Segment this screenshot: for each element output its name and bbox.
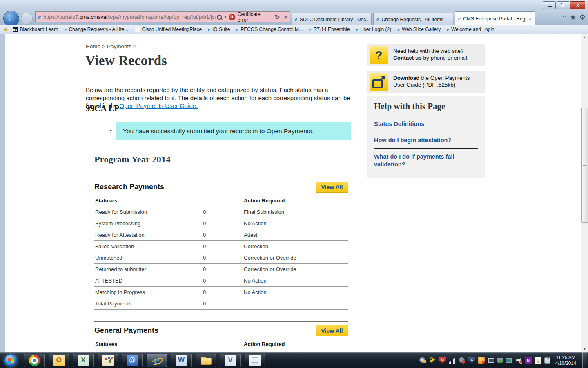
bookmark-item[interactable]: eWeb Slice Gallery: [397, 26, 441, 33]
address-bar[interactable]: e https://portalz7.cms.cmsval/wps/myport…: [35, 11, 290, 22]
section-header: General PaymentsView All: [94, 322, 348, 340]
back-button[interactable]: [3, 11, 19, 27]
stop-icon[interactable]: ×: [284, 13, 287, 20]
bookmark-item[interactable]: eUser Login (2): [356, 26, 391, 33]
taskbar-app-explorer[interactable]: [196, 354, 216, 367]
window-left-border: [0, 34, 5, 352]
table-row: Total Payments0: [94, 298, 348, 310]
window-controls: [542, 1, 585, 9]
show-desktop-button[interactable]: [582, 352, 587, 368]
bookmark-item[interactable]: eWelcome and Login: [447, 26, 494, 33]
tray-key-icon[interactable]: [429, 357, 436, 364]
browser-tab[interactable]: eChange Requests - All Items: [373, 13, 453, 25]
bookmark-item[interactable]: Cisco Unified MeetingPlace: [135, 27, 202, 32]
home-icon[interactable]: ⌂: [562, 13, 566, 22]
tray-sync-error-icon[interactable]: [459, 357, 466, 364]
close-button[interactable]: [570, 1, 585, 9]
taskbar-app-word[interactable]: W: [171, 354, 192, 367]
scrollbar-thumb[interactable]: [581, 108, 588, 223]
taskbar-app-visio[interactable]: V: [220, 354, 241, 367]
tray-clipboard-icon[interactable]: [544, 357, 550, 364]
tray-usb-ok-icon[interactable]: [497, 358, 503, 363]
action-cell: Correction or Override: [244, 255, 347, 261]
tray-media-lock-icon[interactable]: [419, 357, 426, 364]
taskbar-clock[interactable]: 11:25 AM 4/10/2014: [555, 355, 576, 366]
favorites-star-icon[interactable]: ★: [570, 13, 576, 22]
column-spacer: [203, 197, 244, 204]
tab-label: SDLC Document Library - Doc...: [300, 17, 368, 22]
tray-quest-icon[interactable]: Q: [535, 357, 541, 364]
section-title: Research Payments: [94, 183, 164, 191]
taskbar-app-lync[interactable]: @: [122, 354, 143, 367]
bookmark-item[interactable]: ePECOS Change Control M...: [236, 26, 303, 33]
start-button[interactable]: [4, 354, 18, 367]
restore-button[interactable]: [557, 1, 569, 9]
count-cell: 0: [203, 289, 244, 295]
question-mark-icon: ?: [370, 46, 388, 64]
tray-display-share-icon[interactable]: [506, 358, 512, 363]
breadcrumb-link[interactable]: Payments: [107, 43, 131, 49]
tray-mcafee-icon[interactable]: M: [439, 357, 446, 364]
bookmark-item[interactable]: eR7.14 Ensemble: [309, 26, 350, 33]
status-cell: Unmatched: [95, 255, 203, 261]
bookmark-item[interactable]: eIQ Suite: [208, 26, 230, 33]
browser-tab[interactable]: eSDLC Document Library - Doc...: [292, 13, 372, 25]
taskbar-app-notepad[interactable]: [245, 354, 265, 367]
download-link[interactable]: Download: [393, 75, 420, 81]
column-action-required: Action Required: [244, 341, 347, 347]
view-all-button[interactable]: View All: [316, 182, 348, 193]
ie-favicon: e: [208, 26, 210, 33]
add-favorite-star-icon[interactable]: ★: [3, 26, 9, 33]
page-content: Home>Payments> View Records Below are th…: [5, 34, 581, 352]
scroll-up-arrow-icon[interactable]: ▲: [581, 34, 588, 41]
bookmark-item[interactable]: eChange Requests - All Ite...: [65, 26, 129, 33]
chevron-down-icon[interactable]: ▼: [224, 16, 227, 18]
download-guide-box: Download the Open Payments User Guide (P…: [368, 71, 485, 93]
payment-section: Research PaymentsView AllStatusesAction …: [94, 178, 348, 310]
view-all-button[interactable]: View All: [316, 325, 348, 336]
lync-icon: @: [127, 355, 138, 366]
forward-button[interactable]: [21, 13, 33, 25]
status-cell: Failed Validation: [95, 243, 203, 249]
tab-close-icon[interactable]: ×: [528, 16, 532, 22]
table-header-row: StatusesAction Required: [94, 340, 348, 350]
contact-us-link[interactable]: Contact us: [393, 55, 422, 61]
tray-display-icon[interactable]: [488, 358, 494, 363]
url-text[interactable]: https://portalz7.cms.cmsval/wps/myportal…: [43, 14, 216, 20]
clock-time: 11:25 AM: [555, 355, 576, 360]
tray-warning-orb-icon[interactable]: [478, 357, 485, 364]
chrome-center-dot: [31, 357, 38, 364]
bookmark-item[interactable]: BbBlackboard Learn: [13, 27, 58, 32]
tray-onenote-icon[interactable]: N: [525, 357, 532, 364]
action-cell: Correction or Override: [244, 266, 347, 272]
question-glyph: ?: [375, 48, 382, 62]
breadcrumb: Home>Payments>: [86, 43, 138, 49]
ie-favicon: e: [447, 26, 449, 33]
taskbar-app-paint[interactable]: [98, 354, 118, 367]
tab-label: Change Requests - All Items: [381, 17, 450, 22]
minimize-button[interactable]: [543, 1, 556, 9]
taskbar-app-outlook[interactable]: O: [49, 354, 69, 367]
refresh-icon[interactable]: ↻: [275, 13, 280, 21]
taskbar-app-ie[interactable]: e: [147, 354, 167, 367]
tray-volume-muted-icon[interactable]: [515, 357, 522, 364]
help-page-link[interactable]: How do I begin attestation?: [374, 132, 478, 149]
chrome-icon: [29, 355, 40, 366]
certificate-error-badge[interactable]: Certificate error: [229, 11, 270, 22]
bookmark-label: Blackboard Learn: [20, 27, 58, 32]
vertical-scrollbar[interactable]: ▲ ▼: [581, 34, 588, 352]
taskbar-app-chrome[interactable]: [24, 354, 45, 367]
search-icon[interactable]: [216, 14, 222, 20]
status-cell: Total Payments: [95, 301, 203, 307]
help-page-link[interactable]: Status Definitions: [374, 116, 478, 132]
tray-user-shield-icon[interactable]: [468, 357, 475, 364]
scroll-down-arrow-icon[interactable]: ▼: [581, 346, 588, 352]
browser-tab[interactable]: eCMS Enterprise Portal - Reg...×: [455, 11, 535, 25]
breadcrumb-link[interactable]: Home: [86, 43, 100, 49]
taskbar-app-excel[interactable]: X: [73, 354, 94, 367]
gear-icon[interactable]: ⚙: [579, 13, 586, 22]
user-guide-link[interactable]: Open Payments User Guide.: [120, 102, 198, 109]
help-page-link[interactable]: What do I do if payments fail validation…: [374, 149, 478, 173]
help-link-list: Status DefinitionsHow do I begin attesta…: [374, 116, 478, 173]
tray-signal-icon[interactable]: [449, 357, 456, 364]
